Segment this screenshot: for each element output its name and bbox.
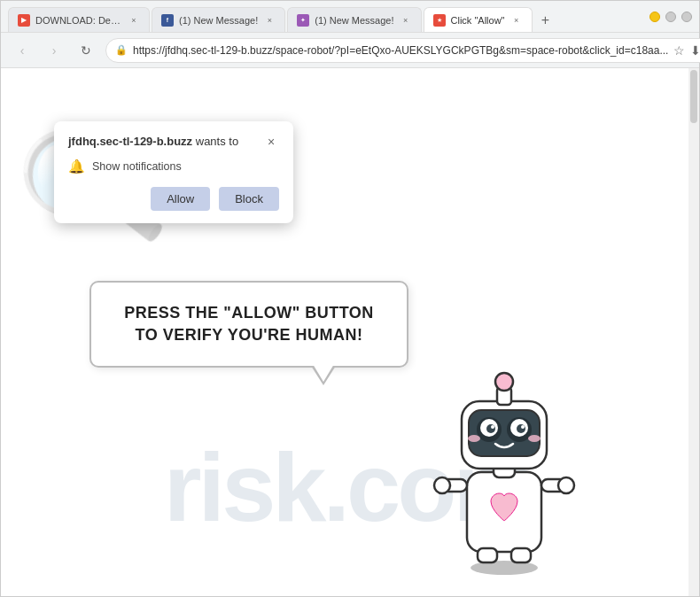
tab-close-2[interactable]: × xyxy=(263,14,276,27)
notif-show-notifications-label: Show notifications xyxy=(92,160,182,173)
notif-wants-to: wants to xyxy=(196,135,238,148)
svg-point-16 xyxy=(517,424,525,433)
tab-label-1: DOWNLOAD: Deadpo... xyxy=(35,15,122,26)
scrollbar-thumb[interactable] xyxy=(690,70,697,123)
tab-favicon-2: f xyxy=(161,14,174,27)
tab-message-2[interactable]: ✦ (1) New Message! × xyxy=(287,7,421,32)
svg-point-9 xyxy=(495,373,513,391)
scrollbar[interactable] xyxy=(688,68,699,596)
svg-rect-21 xyxy=(478,548,497,562)
tab-favicon-3: ✦ xyxy=(297,14,309,27)
lock-icon: 🔒 xyxy=(115,44,128,56)
notif-header: jfdhq.sec-tl-129-b.buzz wants to × xyxy=(68,134,279,150)
speech-bubble: PRESS THE "ALLOW" BUTTON TO VERIFY YOU'R… xyxy=(89,281,408,368)
bell-icon: 🔔 xyxy=(68,159,85,174)
new-tab-button[interactable]: + xyxy=(534,9,557,32)
tab-favicon-1: ▶ xyxy=(18,14,30,27)
robot-svg xyxy=(416,330,593,578)
svg-point-15 xyxy=(486,424,495,433)
svg-point-17 xyxy=(491,425,494,429)
svg-point-4 xyxy=(434,477,450,493)
close-button[interactable]: × xyxy=(681,12,692,22)
window-controls: − □ × xyxy=(649,12,692,22)
bookmark-icon[interactable]: ☆ xyxy=(673,43,685,58)
notification-popup: jfdhq.sec-tl-129-b.buzz wants to × 🔔 Sho… xyxy=(54,121,293,223)
notif-title: jfdhq.sec-tl-129-b.buzz wants to xyxy=(68,134,238,150)
refresh-button[interactable]: ↻ xyxy=(74,38,98,63)
tab-close-4[interactable]: × xyxy=(510,14,523,27)
minimize-button[interactable]: − xyxy=(649,12,660,22)
tab-label-4: Click "Allow" xyxy=(451,15,505,26)
browser-window: ▶ DOWNLOAD: Deadpo... × f (1) New Messag… xyxy=(0,0,700,597)
title-bar: ▶ DOWNLOAD: Deadpo... × f (1) New Messag… xyxy=(1,1,699,33)
back-button[interactable]: ‹ xyxy=(10,38,35,63)
svg-point-5 xyxy=(558,477,574,493)
tab-download[interactable]: ▶ DOWNLOAD: Deadpo... × xyxy=(8,7,150,32)
robot-illustration xyxy=(416,330,593,578)
tab-close-1[interactable]: × xyxy=(128,14,140,27)
tab-label-2: (1) New Message! xyxy=(179,15,258,26)
forward-button[interactable]: › xyxy=(42,38,66,63)
toolbar: ‹ › ↻ 🔒 https://jfdhq.sec-tl-129-b.buzz/… xyxy=(1,33,699,68)
maximize-button[interactable]: □ xyxy=(665,12,676,22)
url-text: https://jfdhq.sec-tl-129-b.buzz/space-ro… xyxy=(133,44,668,57)
notif-row: 🔔 Show notifications xyxy=(68,159,279,174)
speech-text: PRESS THE "ALLOW" BUTTON TO VERIFY YOU'R… xyxy=(124,304,374,344)
notif-buttons: Allow Block xyxy=(68,187,279,211)
svg-point-20 xyxy=(528,435,541,442)
notif-site: jfdhq.sec-tl-129-b.buzz xyxy=(68,135,192,148)
tab-message-1[interactable]: f (1) New Message! × xyxy=(152,7,285,32)
svg-rect-22 xyxy=(511,548,531,562)
address-bar[interactable]: 🔒 https://jfdhq.sec-tl-129-b.buzz/space-… xyxy=(105,38,700,63)
tab-favicon-4: ★ xyxy=(433,14,446,27)
notif-close-icon[interactable]: × xyxy=(263,134,279,150)
allow-button[interactable]: Allow xyxy=(151,187,210,211)
svg-point-18 xyxy=(521,425,525,429)
block-button[interactable]: Block xyxy=(219,187,279,211)
tab-close-3[interactable]: × xyxy=(400,14,412,27)
tab-bar: ▶ DOWNLOAD: Deadpo... × f (1) New Messag… xyxy=(8,1,646,32)
watermark-text: risk.com xyxy=(1,430,699,543)
tab-label-3: (1) New Message! xyxy=(315,15,393,26)
svg-point-19 xyxy=(468,435,480,442)
page-content: 🔍 risk.com jfdhq.sec-tl-129-b.buzz wants… xyxy=(1,68,699,596)
tab-click-allow[interactable]: ★ Click "Allow" × xyxy=(424,7,533,32)
download-icon[interactable]: ⬇ xyxy=(690,43,700,58)
